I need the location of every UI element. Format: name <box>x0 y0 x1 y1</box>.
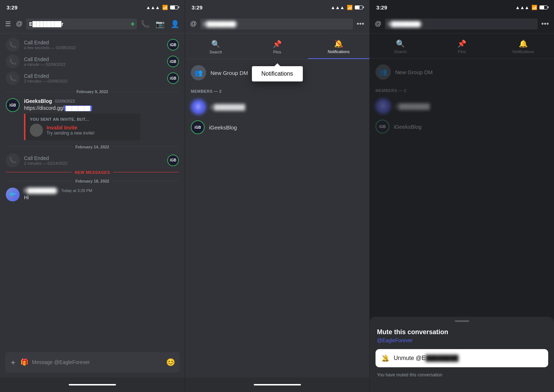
battery-icon-3 <box>539 5 547 9</box>
status-icons-2: ▲▲▲ 📶 <box>330 5 363 10</box>
tab-search-3[interactable]: 🔍 Search <box>370 36 431 58</box>
avatar-igb-1: iGB <box>167 39 179 51</box>
tab-notifications-2[interactable]: 🔔 Notifications <box>308 36 369 59</box>
tab-notifications-3[interactable]: 🔔 Notifications <box>493 36 554 58</box>
date-text-feb9: February 9, 2022 <box>77 89 108 94</box>
more-icon-2[interactable]: ••• <box>357 20 364 28</box>
invite-sub: Try sending a new invite! <box>47 131 136 136</box>
more-icon-3[interactable]: ••• <box>541 20 549 28</box>
msg-ts-user: Today at 3:28 PM <box>61 188 92 193</box>
invite-server-icon <box>30 124 43 137</box>
call-ended-3: 📞 Call Ended 2 minutes — 02/08/2022 iGB <box>0 70 185 87</box>
unmute-label: Unmute @E████████ <box>394 355 458 361</box>
online-dot-1 <box>131 23 134 25</box>
new-group-dm-label: New Group DM <box>210 70 248 76</box>
search-label-3: Search <box>394 49 407 54</box>
date-divider-feb14: February 14, 2022 <box>0 142 185 152</box>
call-icon-circle-4: 📞 <box>6 153 20 167</box>
call-icon-circle-3: 📞 <box>6 71 20 85</box>
pins-icon-3: 📌 <box>457 39 466 48</box>
pins-label-3: Pins <box>458 49 466 54</box>
member-avatar-1-3: E <box>376 99 391 114</box>
members-icon[interactable]: 👤 <box>170 20 180 28</box>
battery-icon-2 <box>355 5 363 9</box>
msg-ts-igb: 02/09/2022 <box>55 99 75 103</box>
tab-search-2[interactable]: 🔍 Search <box>185 37 246 59</box>
section-header-members-3: MEMBERS — 2 <box>370 83 554 96</box>
new-messages-label: NEW MESSAGES <box>75 170 110 175</box>
video-icon[interactable]: 📷 <box>156 20 165 28</box>
status-time-1: 3:29 <box>7 4 17 11</box>
section-header-members: MEMBERS — 2 <box>185 83 369 96</box>
member-row-igb[interactable]: iGB iGeeksBlog <box>185 117 369 137</box>
members-list-container: 👥 New Group DM MEMBERS — 2 E E████████ i… <box>185 59 369 377</box>
top-nav-1: ☰ @ E████████r 📞 📷 👤 <box>0 15 185 33</box>
add-attachment-icon[interactable]: ＋ <box>9 357 17 367</box>
new-group-dm-row-3: 👥 New Group DM <box>370 61 554 83</box>
bottom-bar-1 <box>0 377 185 392</box>
unmute-icon-wrapper: 🔔 <box>381 354 389 362</box>
phone-icon-4: 📞 <box>9 157 16 164</box>
at-icon-3: @ <box>375 20 381 28</box>
call-ended-4: 📞 Call Ended 2 minutes — 02/14/2022 iGB <box>0 152 185 169</box>
member-row-1-3: E E████████ <box>370 96 554 117</box>
panel-chat: 3:29 ▲▲▲ 📶 ☰ @ E████████r 📞 📷 👤 📞 <box>0 0 185 392</box>
channel-name-1: E████████r <box>29 21 63 27</box>
top-nav-2: @ E████████r ••• <box>185 15 369 33</box>
status-time-2: 3:29 <box>192 4 202 11</box>
invite-embed-label: YOU SENT AN INVITE, BUT... <box>30 117 136 121</box>
tooltip-text: Notifications <box>261 71 293 77</box>
avatar-igb-2: iGB <box>167 56 179 67</box>
hamburger-icon[interactable]: ☰ <box>5 20 11 28</box>
phone-icon-2: 📞 <box>9 58 16 65</box>
unmute-option[interactable]: 🔔 Unmute @E████████ <box>376 349 548 367</box>
mute-handle <box>455 320 469 322</box>
panel-members: 3:29 ▲▲▲ 📶 @ E████████r ••• 🔍 Search 📌 P… <box>185 0 369 392</box>
chat-input-placeholder[interactable]: Message @EagleForever <box>32 359 162 365</box>
date-text-feb18: February 18, 2022 <box>76 179 109 183</box>
at-icon-2: @ <box>190 20 197 28</box>
at-icon-1: @ <box>16 20 23 28</box>
member-row-1[interactable]: E E████████ <box>185 96 369 117</box>
call-icon-circle-2: 📞 <box>6 55 20 68</box>
battery-icon-1 <box>170 5 178 9</box>
date-divider-feb18: February 18, 2022 <box>0 176 185 186</box>
top-nav-3: @ E████████r ••• <box>370 15 554 33</box>
status-icons-3: ▲▲▲ 📶 <box>515 5 547 10</box>
msg-author-igb: iGeeksBlog <box>24 98 52 104</box>
chat-input-bar[interactable]: ＋ 🎁 Message @EagleForever 😊 <box>5 352 180 372</box>
call-ended-label-3: Call Ended <box>24 73 163 79</box>
call-ended-label-2: Call Ended <box>24 56 163 62</box>
panel-mute: 3:29 ▲▲▲ 📶 @ E████████r ••• 🔍 Search 📌 P… <box>369 0 554 392</box>
avatar-igb-main: iGB <box>6 98 20 112</box>
search-label-2: Search <box>209 50 222 54</box>
tab-bar-3: 🔍 Search 📌 Pins 🔔 Notifications <box>370 33 554 59</box>
pins-label-2: Pins <box>273 50 281 54</box>
date-text-feb14: February 14, 2022 <box>76 145 109 149</box>
new-messages-bar: NEW MESSAGES <box>0 169 185 176</box>
status-icons-1: ▲▲▲ 📶 <box>146 5 178 10</box>
channel-title-box-3[interactable]: E████████r <box>385 19 538 29</box>
member-row-igb-3: iGB iGeeksBlog <box>370 117 554 136</box>
tab-pins-3[interactable]: 📌 Pins <box>431 36 493 58</box>
gift-icon[interactable]: 🎁 <box>20 358 28 366</box>
call-time-4: 2 minutes — 02/14/2022 <box>24 161 163 165</box>
wifi-icon-3: 📶 <box>531 5 537 10</box>
emoji-icon[interactable]: 😊 <box>166 358 175 367</box>
channel-title-box-2[interactable]: E████████r <box>200 19 353 29</box>
call-icon[interactable]: 📞 <box>141 20 150 28</box>
channel-title-box-1[interactable]: E████████r <box>26 19 137 29</box>
tab-pins-2[interactable]: 📌 Pins <box>246 37 308 59</box>
notif-icon-wrapper: 🔔 <box>334 39 343 48</box>
bottom-bar-2 <box>185 377 369 392</box>
phone-icon: 📞 <box>9 41 16 48</box>
wifi-icon-2: 📶 <box>347 5 353 10</box>
phone-icon-3: 📞 <box>9 75 16 82</box>
home-indicator-2 <box>254 384 301 385</box>
group-icon: 👥 <box>194 69 202 77</box>
signal-icon-1: ▲▲▲ <box>146 5 160 10</box>
notification-tooltip: Notifications <box>252 66 303 81</box>
channel-name-3: E████████r <box>388 21 422 27</box>
avatar-igb-3: iGB <box>167 72 179 84</box>
home-indicator-1 <box>69 384 116 385</box>
